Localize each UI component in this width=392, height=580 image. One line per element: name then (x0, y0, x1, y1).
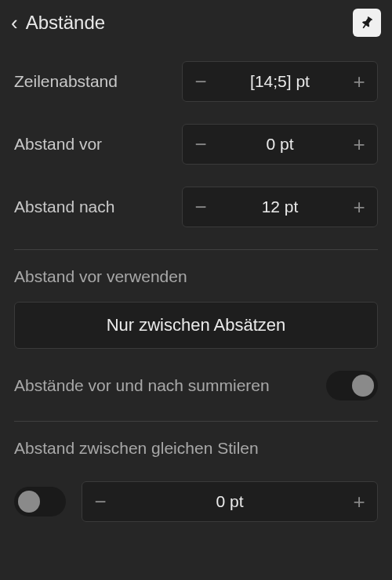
space-before-row: Abstand vor − 0 pt + (14, 124, 378, 165)
pin-icon (359, 15, 375, 31)
use-space-before-label: Abstand vor verwenden (14, 267, 378, 286)
space-before-value[interactable]: 0 pt (219, 135, 341, 154)
space-after-label: Abstand nach (14, 198, 182, 216)
space-before-label: Abstand vor (14, 135, 182, 154)
line-spacing-row: Zeilenabstand − [14;5] pt + (14, 61, 378, 102)
line-spacing-stepper[interactable]: − [14;5] pt + (182, 61, 378, 102)
divider (14, 421, 378, 422)
line-spacing-value[interactable]: [14;5] pt (219, 72, 341, 91)
space-after-stepper[interactable]: − 12 pt + (182, 187, 378, 227)
sum-spaces-label: Abstände vor und nach summieren (14, 375, 326, 397)
same-styles-label: Abstand zwischen gleichen Stilen (14, 439, 378, 458)
increment-button[interactable]: + (341, 187, 377, 227)
increment-button[interactable]: + (341, 62, 377, 101)
panel-header: ‹ Abstände (0, 0, 392, 45)
decrement-button[interactable]: − (183, 187, 219, 227)
sum-spaces-row: Abstände vor und nach summieren (14, 371, 378, 401)
decrement-button[interactable]: − (183, 62, 219, 101)
increment-button[interactable]: + (341, 125, 377, 164)
use-space-before-value: Nur zwischen Absätzen (107, 315, 286, 335)
same-styles-stepper[interactable]: − 0 pt + (82, 481, 378, 522)
divider (14, 249, 378, 250)
space-after-value[interactable]: 12 pt (219, 198, 341, 216)
same-styles-value[interactable]: 0 pt (118, 492, 341, 511)
decrement-button[interactable]: − (183, 125, 219, 164)
decrement-button[interactable]: − (82, 482, 118, 521)
increment-button[interactable]: + (341, 482, 377, 521)
space-after-row: Abstand nach − 12 pt + (14, 187, 378, 227)
toggle-knob (18, 491, 40, 513)
line-spacing-label: Zeilenabstand (14, 72, 182, 91)
panel-title: Abstände (26, 12, 353, 34)
pin-button[interactable] (353, 9, 381, 37)
toggle-knob (352, 375, 374, 397)
same-styles-row: − 0 pt + (14, 481, 378, 522)
use-space-before-select[interactable]: Nur zwischen Absätzen (14, 302, 378, 349)
panel-content: Zeilenabstand − [14;5] pt + Abstand vor … (0, 61, 392, 522)
sum-spaces-toggle[interactable] (326, 371, 378, 401)
same-styles-toggle[interactable] (14, 487, 66, 517)
space-before-stepper[interactable]: − 0 pt + (182, 124, 378, 165)
back-chevron-icon[interactable]: ‹ (11, 13, 18, 33)
